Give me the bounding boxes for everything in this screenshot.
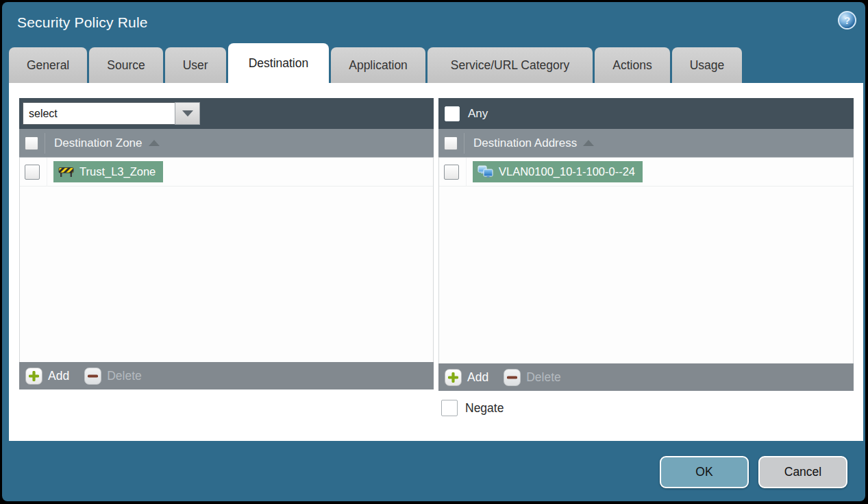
minus-icon [504, 369, 521, 386]
address-icon [478, 165, 493, 178]
tab-strip: General Source User Destination Applicat… [9, 47, 742, 83]
address-chip[interactable]: VLAN0100_10-1-100-0--24 [473, 161, 643, 182]
sort-asc-icon[interactable] [583, 140, 594, 146]
zone-name: Trust_L3_Zone [79, 165, 156, 178]
zone-select-input[interactable] [23, 102, 175, 125]
zone-delete-label: Delete [107, 369, 142, 383]
tab-source[interactable]: Source [89, 47, 162, 83]
any-group: Any [442, 106, 488, 121]
zone-row-checkbox[interactable] [25, 165, 40, 180]
column-separator [45, 133, 45, 154]
address-column-header[interactable]: Destination Address [438, 129, 854, 158]
address-row[interactable]: VLAN0100_10-1-100-0--24 [439, 158, 853, 187]
tab-user[interactable]: User [165, 47, 226, 83]
zone-add-label: Add [48, 369, 69, 383]
tab-service-url-category[interactable]: Service/URL Category [427, 47, 593, 83]
address-panel-footer: Add Delete [438, 363, 854, 391]
zone-add-button[interactable]: Add [25, 368, 69, 385]
address-select-all-checkbox[interactable] [444, 136, 458, 150]
tab-usage[interactable]: Usage [672, 47, 743, 83]
zone-select-combobox [23, 102, 200, 125]
address-delete-button[interactable]: Delete [504, 369, 561, 386]
destination-address-panel: Any Destination Address [438, 98, 854, 391]
zone-icon [58, 166, 74, 178]
zone-select-dropdown-button[interactable] [175, 102, 200, 125]
zone-column-header[interactable]: Destination Zone [19, 129, 434, 158]
minus-icon [84, 368, 101, 385]
any-label: Any [468, 107, 488, 121]
zone-list: Trust_L3_Zone [19, 158, 434, 362]
chevron-down-icon [182, 110, 193, 117]
plus-icon [25, 368, 42, 385]
zone-delete-button[interactable]: Delete [84, 368, 142, 385]
tab-general[interactable]: General [9, 47, 87, 83]
negate-label: Negate [465, 401, 504, 416]
negate-checkbox[interactable] [441, 400, 458, 416]
zone-column-title: Destination Zone [54, 136, 142, 150]
column-separator [47, 158, 47, 187]
tab-destination[interactable]: Destination [228, 43, 330, 83]
zone-row[interactable]: Trust_L3_Zone [20, 158, 433, 187]
ok-button[interactable]: OK [660, 456, 749, 488]
tab-application[interactable]: Application [331, 47, 425, 83]
tab-content-destination: Destination Zone [9, 83, 863, 441]
zone-panel-footer: Add Delete [19, 362, 434, 389]
address-name: VLAN0100_10-1-100-0--24 [499, 165, 635, 178]
help-icon[interactable]: ? [838, 11, 856, 29]
address-row-checkbox[interactable] [444, 165, 459, 180]
tab-actions[interactable]: Actions [595, 47, 669, 83]
zone-select-all-checkbox[interactable] [25, 136, 38, 150]
cancel-button[interactable]: Cancel [758, 456, 847, 488]
zone-panel-toolbar [19, 98, 434, 129]
dialog-title: Security Policy Rule [17, 14, 148, 31]
plus-icon [445, 369, 462, 386]
zone-chip[interactable]: Trust_L3_Zone [53, 161, 163, 182]
address-delete-label: Delete [526, 370, 561, 385]
address-column-title: Destination Address [473, 136, 577, 150]
address-panel-toolbar: Any [438, 98, 854, 129]
destination-zone-panel: Destination Zone [19, 98, 434, 389]
address-add-label: Add [467, 370, 488, 385]
any-checkbox[interactable] [445, 106, 460, 121]
address-add-button[interactable]: Add [445, 369, 488, 386]
title-bar: Security Policy Rule ? [2, 2, 865, 45]
column-separator [466, 158, 467, 187]
security-policy-rule-dialog: Security Policy Rule ? General Source Us… [2, 2, 865, 501]
address-list: VLAN0100_10-1-100-0--24 [438, 158, 854, 363]
column-separator [464, 133, 464, 154]
negate-group: Negate [441, 400, 504, 416]
sort-asc-icon[interactable] [149, 140, 160, 146]
